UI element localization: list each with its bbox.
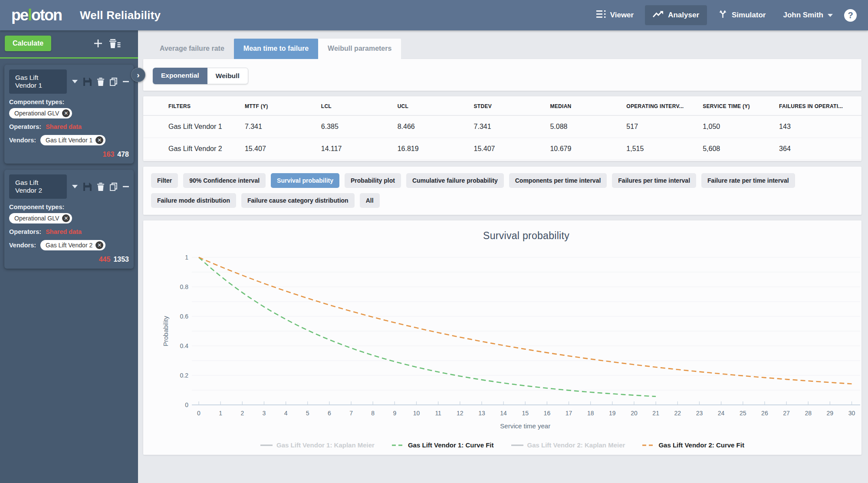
chart-button-components-per-time-interval[interactable]: Components per time interval — [509, 173, 607, 188]
legend-label: Gas Lift Vendor 1: Kaplan Meier — [276, 441, 375, 449]
x-tick-label: 17 — [566, 410, 572, 417]
chart-button-all[interactable]: All — [360, 193, 380, 208]
table-cell: 16.819 — [398, 145, 474, 153]
save-icon[interactable] — [83, 183, 92, 191]
x-tick-label: 15 — [522, 410, 529, 417]
x-tick-label: 20 — [631, 410, 638, 417]
app-header: peloton Well Reliability Viewer Analyser… — [0, 0, 868, 30]
x-tick-label: 11 — [435, 410, 441, 417]
legend-label: Gas Lift Vendor 2: Curve Fit — [658, 441, 744, 449]
trash-icon[interactable] — [97, 183, 104, 191]
chart-button-failure-cause-category-distribution[interactable]: Failure cause category distribution — [241, 193, 355, 208]
copy-icon[interactable] — [110, 183, 117, 191]
tab-mean-time-to-failure[interactable]: Mean time to failure — [234, 39, 318, 59]
main-content: Average failure rate Mean time to failur… — [138, 30, 868, 483]
toggle-exponential[interactable]: Exponential — [153, 68, 207, 84]
nav-simulator[interactable]: Simulator — [710, 5, 773, 26]
chart-button-survival-probability[interactable]: Survival probability — [271, 173, 339, 188]
x-tick-label: 26 — [761, 410, 768, 417]
x-tick-label: 8 — [371, 410, 375, 417]
chart-button-filter[interactable]: Filter — [151, 173, 178, 188]
chart-button-failure-rate-per-time-interval[interactable]: Failure rate per time interval — [701, 173, 795, 188]
filter-panel-vendor-2: Gas Lift Vendor 2 — [4, 170, 134, 269]
column-header: UCL — [398, 103, 474, 109]
chevron-down-icon[interactable] — [72, 80, 78, 83]
x-tick-label: 4 — [284, 410, 288, 417]
trend-line-icon — [653, 10, 664, 20]
trash-icon[interactable] — [97, 78, 104, 86]
y-tick-label: 0.4 — [180, 342, 189, 349]
y-tick-label: 0.2 — [180, 372, 189, 379]
x-tick-label: 3 — [263, 410, 266, 417]
table-cell: 1,050 — [703, 123, 779, 131]
legend-label: Gas Lift Vendor 2: Kaplan Meier — [527, 441, 625, 449]
chart-button-cumulative-failure-probability[interactable]: Cumulative failure probability — [406, 173, 504, 188]
toggle-weibull[interactable]: Weibull — [207, 68, 248, 84]
solid-line-swatch — [260, 444, 273, 447]
y-tick-label: 0 — [185, 401, 188, 408]
minimize-icon[interactable] — [123, 186, 129, 187]
table-cell: 143 — [779, 123, 855, 131]
chart-button-failures-per-time-interval[interactable]: Failures per time interval — [612, 173, 696, 188]
component-types-label: Component types: — [9, 99, 64, 105]
chart-button-probability-plot[interactable]: Probability plot — [345, 173, 401, 188]
x-tick-label: 21 — [652, 410, 659, 417]
table-cell: 10.679 — [550, 145, 626, 153]
legend-item[interactable]: Gas Lift Vendor 2: Curve Fit — [642, 441, 744, 449]
x-tick-label: 19 — [609, 410, 616, 417]
copy-icon[interactable] — [110, 78, 117, 86]
legend-item[interactable]: Gas Lift Vendor 1: Kaplan Meier — [260, 441, 375, 449]
chevron-down-icon[interactable] — [72, 185, 78, 188]
legend-item[interactable]: Gas Lift Vendor 2: Kaplan Meier — [511, 441, 625, 449]
table-row: Gas Lift Vendor 17.3416.3858.4667.3415.0… — [143, 116, 861, 138]
x-axis-title: Service time year — [500, 422, 550, 430]
tab-weibull-parameters[interactable]: Weibull parameters — [318, 39, 401, 59]
filter-name-select[interactable]: Gas Lift Vendor 2 — [9, 174, 67, 199]
table-cell: 517 — [626, 123, 703, 131]
table-cell: 8.466 — [398, 123, 474, 131]
table-cell: 5.088 — [550, 123, 626, 131]
remove-icon[interactable]: ✕ — [62, 214, 70, 222]
x-tick-label: 30 — [848, 410, 855, 417]
sidebar-collapse-button[interactable]: › — [131, 68, 145, 82]
operators-label: Operators: — [9, 228, 41, 235]
user-menu[interactable]: John Smith — [783, 11, 833, 20]
calculate-button[interactable]: Calculate — [5, 36, 51, 51]
table-cell: Gas Lift Vendor 2 — [168, 145, 245, 153]
column-header: SERVICE TIME (Y) — [703, 103, 779, 109]
chart-button-90-confidence-interval[interactable]: 90% Confidence interval — [183, 173, 266, 188]
nav-analyser-label: Analyser — [668, 11, 699, 20]
x-tick-label: 25 — [740, 410, 746, 417]
help-button[interactable]: ? — [844, 9, 857, 22]
x-tick-label: 23 — [696, 410, 703, 417]
legend-item[interactable]: Gas Lift Vendor 1: Curve Fit — [392, 441, 494, 449]
x-tick-label: 0 — [197, 410, 201, 417]
remove-icon[interactable]: ✕ — [95, 136, 103, 144]
nav-viewer-label: Viewer — [610, 11, 634, 20]
tab-average-failure-rate[interactable]: Average failure rate — [150, 39, 234, 59]
remove-icon[interactable]: ✕ — [62, 109, 70, 117]
nav-simulator-label: Simulator — [732, 11, 766, 20]
x-tick-label: 27 — [783, 410, 790, 417]
divider — [0, 57, 138, 59]
series-gas-lift-vendor-2-curve-fit — [199, 257, 852, 384]
nav-analyser[interactable]: Analyser — [645, 5, 707, 25]
vendors-label: Vendors: — [9, 137, 36, 144]
component-type-pill: Operational GLV ✕ — [9, 213, 72, 223]
chart-legend: Gas Lift Vendor 1: Kaplan MeierGas Lift … — [143, 441, 861, 449]
nav-viewer[interactable]: Viewer — [589, 5, 642, 25]
clear-all-button[interactable] — [109, 39, 121, 48]
table-cell: Gas Lift Vendor 1 — [168, 123, 245, 131]
filter-name-select[interactable]: Gas Lift Vendor 1 — [9, 69, 67, 94]
table-cell: 1,515 — [626, 145, 703, 153]
add-filter-button[interactable] — [94, 39, 102, 48]
minimize-icon[interactable] — [123, 81, 129, 82]
table-cell: 15.407 — [474, 145, 550, 153]
table-row: Gas Lift Vendor 215.40714.11716.81915.40… — [143, 138, 861, 160]
record-counts: 163478 — [9, 151, 129, 158]
table-cell: 6.385 — [321, 123, 398, 131]
chart-button-failure-mode-distribution[interactable]: Failure mode distribution — [151, 193, 236, 208]
x-tick-label: 28 — [805, 410, 812, 417]
save-icon[interactable] — [83, 78, 92, 86]
remove-icon[interactable]: ✕ — [95, 241, 103, 249]
